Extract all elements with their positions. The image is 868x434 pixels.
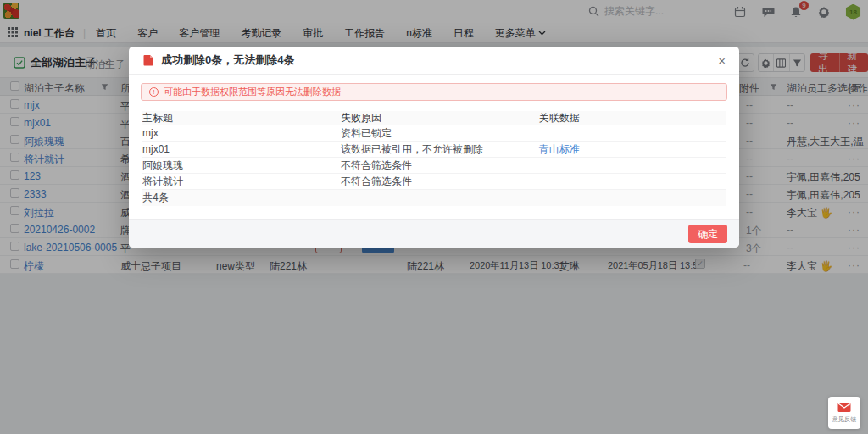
- close-icon[interactable]: ×: [718, 54, 726, 67]
- feedback-label: 意见反馈: [832, 415, 857, 424]
- result-title: 将计就计: [142, 175, 341, 189]
- result-table-header: 主标题 失败原因 关联数据: [142, 111, 726, 125]
- modal-header: 成功删除0条，无法删除4条 ×: [129, 47, 739, 75]
- confirm-button[interactable]: 确定: [688, 225, 727, 243]
- result-row: mjx资料已锁定: [142, 125, 726, 142]
- result-table: 主标题 失败原因 关联数据 mjx资料已锁定mjx01该数据已被引用，不允许被删…: [142, 111, 726, 206]
- result-title: 阿娘瑰瑰: [142, 159, 341, 173]
- modal-title: 成功删除0条，无法删除4条: [161, 53, 294, 68]
- header-related: 关联数据: [539, 111, 726, 125]
- result-reason: 该数据已被引用，不允许被删除: [341, 142, 539, 157]
- delete-result-modal: 成功删除0条，无法删除4条 × ! 可能由于数据权限范围等原因无法删除数据 主标…: [129, 47, 739, 248]
- app-screen: 搜索关键字... 9 18 niel 工作台 | 首页客户客户管理考勤记录审批工: [0, 0, 868, 434]
- result-related[interactable]: 青山标准: [539, 142, 726, 157]
- result-title: mjx01: [142, 143, 341, 155]
- result-total-row: 共4条: [142, 190, 726, 206]
- result-row: 阿娘瑰瑰不符合筛选条件: [142, 158, 726, 174]
- modal-footer: 确定: [129, 219, 739, 248]
- result-title: mjx: [142, 127, 341, 139]
- header-title: 主标题: [142, 111, 341, 125]
- alert-text: 可能由于数据权限范围等原因无法删除数据: [164, 86, 341, 98]
- feedback-widget[interactable]: 意见反馈: [828, 397, 860, 429]
- header-reason: 失败原因: [341, 111, 539, 125]
- warning-icon: !: [149, 87, 159, 97]
- result-reason: 不符合筛选条件: [341, 175, 539, 189]
- result-reason: 资料已锁定: [341, 126, 539, 141]
- result-row: 将计就计不符合筛选条件: [142, 174, 726, 190]
- feedback-envelope-icon: [837, 402, 851, 413]
- result-reason: 不符合筛选条件: [341, 159, 539, 173]
- total-label: 共4条: [142, 191, 169, 205]
- delete-result-icon: [142, 54, 154, 66]
- result-row: mjx01该数据已被引用，不允许被删除青山标准: [142, 142, 726, 158]
- modal-alert: ! 可能由于数据权限范围等原因无法删除数据: [141, 83, 727, 101]
